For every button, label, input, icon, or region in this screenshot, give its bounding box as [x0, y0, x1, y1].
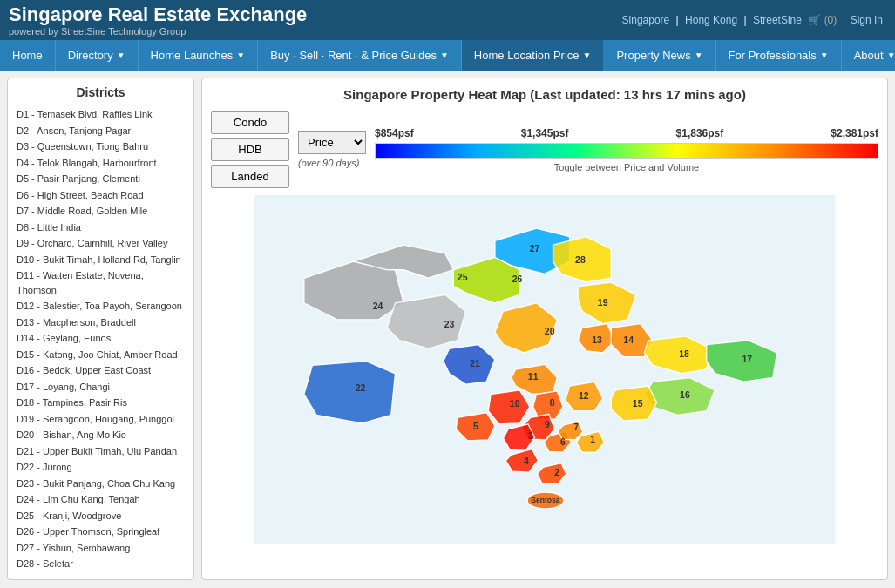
district-item[interactable]: D20 - Bishan, Ang Mo Kio — [15, 427, 186, 443]
site-title: Singapore Real Estate Exchange — [9, 3, 307, 26]
main-content: Districts D1 - Temasek Blvd, Raffles Lin… — [0, 71, 895, 587]
nav-item-home-location-price[interactable]: Home Location Price▼ — [462, 40, 605, 71]
nav: HomeDirectory▼Home Launches▼Buy · Sell ·… — [0, 40, 895, 71]
legend-min: $854psf — [375, 127, 414, 139]
district-item[interactable]: D26 - Upper Thomson, Springleaf — [15, 524, 186, 540]
districts-list: D1 - Temasek Blvd, Raffles LinkD2 - Anso… — [15, 106, 186, 572]
nav-item-home-launches[interactable]: Home Launches▼ — [139, 40, 259, 71]
district-item[interactable]: D17 - Loyang, Changi — [15, 379, 186, 395]
legend-q2: $1,836psf — [676, 127, 724, 139]
svg-marker-7 — [387, 294, 465, 348]
chevron-down-icon: ▼ — [695, 51, 703, 60]
singapore-link[interactable]: Singapore — [622, 14, 670, 26]
district-item[interactable]: D13 - Macpherson, Braddell — [15, 314, 186, 331]
district-item[interactable]: D11 - Watten Estate, Novena, Thomson — [15, 267, 186, 298]
legend: $854psf $1,345psf $1,836psf $2,381psf To… — [375, 127, 878, 172]
cart-icon[interactable]: 🛒 (0) — [808, 14, 837, 26]
district-item[interactable]: D3 - Queenstown, Tiong Bahru — [15, 139, 186, 155]
district-item[interactable]: D24 - Lim Chu Kang, Tengah — [15, 491, 186, 508]
nav-item-about[interactable]: About▼ — [842, 40, 895, 71]
district-item[interactable]: D21 - Upper Bukit Timah, Ulu Pandan — [15, 443, 186, 460]
top-bar: Singapore Real Estate Exchange powered b… — [0, 0, 895, 40]
nav-item-home[interactable]: Home — [0, 40, 56, 71]
type-buttons: CondoHDBLanded — [211, 111, 289, 188]
district-item[interactable]: D12 - Balestier, Toa Payoh, Serangoon — [15, 298, 186, 314]
type-button-hdb[interactable]: HDB — [211, 138, 289, 161]
svg-point-29 — [527, 492, 564, 509]
map-panel: Singapore Property Heat Map (Last update… — [201, 78, 888, 580]
hongkong-link[interactable]: Hong Kong — [685, 14, 737, 26]
district-item[interactable]: D14 - Geylang, Eunos — [15, 330, 186, 347]
district-item[interactable]: D4 - Telok Blangah, Harbourfront — [15, 155, 186, 172]
type-button-condo[interactable]: Condo — [211, 111, 289, 134]
svg-marker-15 — [566, 382, 603, 410]
district-item[interactable]: D2 - Anson, Tanjong Pagar — [15, 123, 186, 139]
chevron-down-icon: ▼ — [440, 51, 449, 60]
district-item[interactable]: D19 - Serangoon, Hougang, Punggol — [15, 411, 186, 428]
streetsine-link[interactable]: StreetSine — [753, 14, 802, 26]
map-svg-container[interactable]: 24 25 26 27 28 19 23 20 13 14 18 17 16 1… — [211, 195, 878, 544]
district-item[interactable]: D23 - Bukit Panjang, Choa Chu Kang — [15, 476, 186, 492]
price-select[interactable]: Price Volume — [298, 131, 366, 154]
svg-marker-14 — [611, 386, 656, 421]
powered-by: powered by StreetSine Technology Group — [9, 26, 307, 37]
chevron-down-icon: ▼ — [887, 51, 895, 60]
district-item[interactable]: D10 - Bukit Timah, Holland Rd, Tanglin — [15, 252, 186, 268]
district-item[interactable]: D15 - Katong, Joo Chiat, Amber Road — [15, 347, 186, 363]
district-item[interactable]: D8 - Little India — [15, 220, 186, 236]
district-item[interactable]: D27 - Yishun, Sembawang — [15, 540, 186, 557]
top-links: Singapore | Hong Kong | StreetSine 🛒 (0)… — [619, 14, 886, 26]
district-item[interactable]: D5 - Pasir Panjang, Clementi — [15, 171, 186, 187]
svg-marker-18 — [304, 361, 396, 422]
district-item[interactable]: D18 - Tampines, Pasir Ris — [15, 395, 186, 411]
over90-label: (over 90 days) — [298, 158, 359, 168]
legend-q1: $1,345psf — [521, 127, 569, 139]
controls-row: CondoHDBLanded Price Volume (over 90 day… — [211, 111, 878, 188]
district-item[interactable]: D16 - Bedok, Upper East Coast — [15, 362, 186, 379]
chevron-down-icon: ▼ — [583, 51, 592, 60]
district-item[interactable]: D22 - Jurong — [15, 459, 186, 476]
sidebar: Districts D1 - Temasek Blvd, Raffles Lin… — [7, 78, 194, 580]
district-item[interactable]: D6 - High Street, Beach Road — [15, 187, 186, 204]
nav-item-property-news[interactable]: Property News▼ — [604, 40, 715, 71]
district-item[interactable]: D9 - Orchard, Cairnhill, River Valley — [15, 235, 186, 252]
chevron-down-icon: ▼ — [236, 51, 245, 60]
signin-link[interactable]: Sign In — [851, 14, 883, 26]
nav-item-buy-sell-rent-price-guides[interactable]: Buy · Sell · Rent · & Price Guides▼ — [258, 40, 462, 71]
toggle-label: Toggle between Price and Volume — [554, 162, 699, 172]
district-item[interactable]: D7 - Middle Road, Golden Mile — [15, 203, 186, 220]
sidebar-title: Districts — [15, 85, 186, 99]
chevron-down-icon: ▼ — [117, 51, 125, 60]
price-filter: Price Volume (over 90 days) — [298, 131, 366, 168]
district-item[interactable]: D28 - Seletar — [15, 556, 186, 572]
gradient-bar — [375, 143, 878, 159]
type-button-landed[interactable]: Landed — [211, 165, 289, 188]
chevron-down-icon: ▼ — [820, 51, 829, 60]
legend-max: $2,381psf — [831, 127, 878, 139]
nav-item-for-professionals[interactable]: For Professionals▼ — [716, 40, 842, 71]
nav-item-directory[interactable]: Directory▼ — [56, 40, 139, 71]
map-title: Singapore Property Heat Map (Last update… — [211, 87, 878, 102]
legend-labels: $854psf $1,345psf $1,836psf $2,381psf — [375, 127, 878, 139]
district-item[interactable]: D1 - Temasek Blvd, Raffles Link — [15, 106, 186, 123]
district-item[interactable]: D25 - Kranji, Woodgrove — [15, 508, 186, 524]
